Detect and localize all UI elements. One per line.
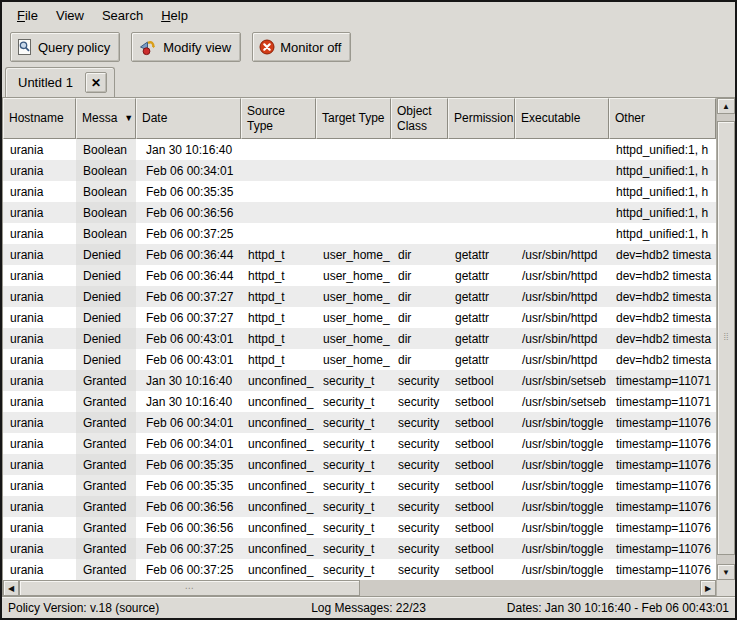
scroll-down-button[interactable]: ▼ [717, 564, 735, 580]
table-cell: unconfined_ [241, 433, 316, 454]
table-row[interactable]: uraniaDeniedFeb 06 00:37:27httpd_tuser_h… [3, 286, 716, 307]
table-cell: timestamp=11076 [609, 559, 716, 580]
column-header-executable[interactable]: Executable [515, 98, 609, 139]
table-cell: urania [3, 286, 76, 307]
column-header-permission[interactable]: Permission [448, 98, 515, 139]
table-row[interactable]: uraniaGrantedJan 30 10:16:40unconfined_s… [3, 391, 716, 412]
table-cell: Jan 30 10:16:40 [136, 391, 241, 412]
table-cell: security_t [316, 412, 391, 433]
table-row[interactable]: uraniaDeniedFeb 06 00:36:44httpd_tuser_h… [3, 265, 716, 286]
close-icon: ✕ [91, 77, 101, 89]
table-row[interactable]: uraniaGrantedFeb 06 00:37:25unconfined_s… [3, 538, 716, 559]
table-row[interactable]: uraniaGrantedFeb 06 00:35:35unconfined_s… [3, 475, 716, 496]
table-row[interactable]: uraniaBooleanFeb 06 00:35:35httpd_unifie… [3, 181, 716, 202]
table-cell: timestamp=11076 [609, 496, 716, 517]
table-row[interactable]: uraniaDeniedFeb 06 00:43:01httpd_tuser_h… [3, 328, 716, 349]
monitor-off-button[interactable]: Monitor off [252, 32, 351, 62]
sort-desc-icon: ▼ [124, 113, 133, 124]
table-cell: /usr/sbin/toggle [515, 454, 609, 475]
scroll-right-button[interactable]: ▶ [700, 580, 716, 596]
table-cell [316, 223, 391, 244]
vertical-scrollbar[interactable]: ▲ ⁞⁞ ▼ [716, 98, 735, 580]
table-cell: urania [3, 202, 76, 223]
column-header-other[interactable]: Other [609, 98, 716, 139]
table-cell [241, 181, 316, 202]
table-row[interactable]: uraniaGrantedJan 30 10:16:40unconfined_s… [3, 370, 716, 391]
tab-untitled-1[interactable]: Untitled 1 ✕ [5, 67, 115, 97]
table-cell: Feb 06 00:36:56 [136, 202, 241, 223]
horizontal-scrollbar[interactable]: ◀ ⋯ ▶ [3, 580, 716, 596]
scroll-up-button[interactable]: ▲ [717, 98, 735, 114]
tab-close-button[interactable]: ✕ [85, 72, 107, 93]
table-cell: urania [3, 475, 76, 496]
table-cell: security_t [316, 496, 391, 517]
table-cell: user_home_ [316, 328, 391, 349]
column-header-target-type[interactable]: Target Type [316, 98, 391, 139]
table-row[interactable]: uraniaDeniedFeb 06 00:43:01httpd_tuser_h… [3, 349, 716, 370]
vertical-scroll-thumb[interactable]: ⁞⁞ [717, 121, 735, 555]
table-cell: httpd_t [241, 265, 316, 286]
column-header-object-class[interactable]: Object Class [391, 98, 448, 139]
table-row[interactable]: uraniaBooleanJan 30 10:16:40httpd_unifie… [3, 139, 716, 160]
table-cell: Granted [76, 433, 136, 454]
table-row[interactable]: uraniaGrantedFeb 06 00:36:56unconfined_s… [3, 496, 716, 517]
table-cell: Feb 06 00:37:27 [136, 286, 241, 307]
table-row[interactable]: uraniaDeniedFeb 06 00:36:44httpd_tuser_h… [3, 244, 716, 265]
column-header-label: Source Type [247, 104, 310, 134]
table-row[interactable]: uraniaGrantedFeb 06 00:35:35unconfined_s… [3, 454, 716, 475]
table-cell [391, 181, 448, 202]
table-cell: Denied [76, 265, 136, 286]
horizontal-scroll-thumb[interactable]: ⋯ [19, 580, 360, 596]
table-cell: security_t [316, 538, 391, 559]
table-row[interactable]: uraniaGrantedFeb 06 00:37:25unconfined_s… [3, 559, 716, 580]
monitor-off-icon [259, 39, 275, 55]
table-cell: security [391, 433, 448, 454]
table-row[interactable]: uraniaGrantedFeb 06 00:36:56unconfined_s… [3, 517, 716, 538]
table-cell: getattr [448, 265, 515, 286]
column-header-hostname[interactable]: Hostname [3, 98, 76, 139]
column-header-source-type[interactable]: Source Type [241, 98, 316, 139]
table-row[interactable]: uraniaBooleanFeb 06 00:37:25httpd_unifie… [3, 223, 716, 244]
column-header-date[interactable]: Date [136, 98, 241, 139]
table-row[interactable]: uraniaGrantedFeb 06 00:34:01unconfined_s… [3, 433, 716, 454]
table-cell: Granted [76, 454, 136, 475]
menu-view[interactable]: View [47, 5, 93, 26]
table-cell: setbool [448, 559, 515, 580]
table-cell: timestamp=11076 [609, 475, 716, 496]
table-row[interactable]: uraniaGrantedFeb 06 00:34:01unconfined_s… [3, 412, 716, 433]
table-cell: getattr [448, 244, 515, 265]
table-cell: setbool [448, 391, 515, 412]
table-header-row: HostnameMessa▼DateSource TypeTarget Type… [3, 98, 716, 139]
table-cell [316, 139, 391, 160]
table-row[interactable]: uraniaBooleanFeb 06 00:34:01httpd_unifie… [3, 160, 716, 181]
modify-view-button[interactable]: Modify view [131, 32, 241, 62]
table-cell [515, 202, 609, 223]
menu-file[interactable]: File [8, 5, 47, 26]
table-cell: Boolean [76, 160, 136, 181]
table-body: uraniaBooleanJan 30 10:16:40httpd_unifie… [3, 139, 716, 580]
table-cell: httpd_t [241, 307, 316, 328]
table-cell: /usr/sbin/httpd [515, 328, 609, 349]
table-row[interactable]: uraniaBooleanFeb 06 00:36:56httpd_unifie… [3, 202, 716, 223]
query-policy-button[interactable]: Query policy [10, 32, 120, 62]
table-row[interactable]: uraniaDeniedFeb 06 00:37:27httpd_tuser_h… [3, 307, 716, 328]
column-header-label: Executable [521, 111, 580, 126]
table-cell: user_home_ [316, 244, 391, 265]
horizontal-scroll-trough[interactable]: ⋯ [19, 580, 700, 596]
table-cell: Granted [76, 496, 136, 517]
table-cell [241, 139, 316, 160]
table-cell: /usr/sbin/toggle [515, 559, 609, 580]
column-header-label: Date [142, 111, 167, 126]
table-cell [515, 139, 609, 160]
menubar: FileViewSearchHelp [2, 2, 735, 28]
vertical-scroll-trough[interactable]: ⁞⁞ [717, 114, 735, 564]
column-header-messa[interactable]: Messa▼ [76, 98, 136, 139]
table-cell: unconfined_ [241, 454, 316, 475]
menu-search[interactable]: Search [93, 5, 152, 26]
table-cell: dir [391, 328, 448, 349]
menu-help[interactable]: Help [152, 5, 197, 26]
scroll-left-button[interactable]: ◀ [3, 580, 19, 596]
table-cell: Feb 06 00:34:01 [136, 412, 241, 433]
table-cell: unconfined_ [241, 496, 316, 517]
table-cell: urania [3, 370, 76, 391]
